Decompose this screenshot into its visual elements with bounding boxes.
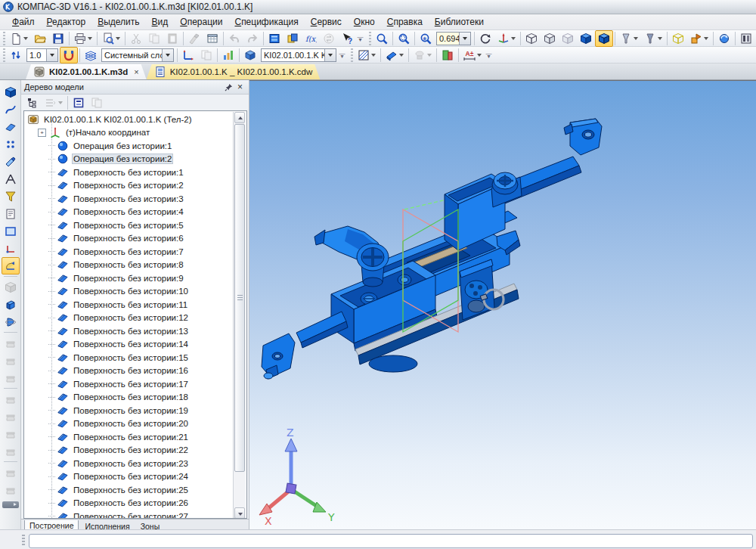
tree-scrollbar[interactable] (233, 112, 246, 519)
create-part-button[interactable] (2, 83, 20, 101)
message-field[interactable] (29, 534, 753, 548)
section-view-button[interactable] (2, 257, 20, 274)
document-manager-button[interactable] (265, 30, 284, 47)
tree-row[interactable]: Поверхность без истории:27 (24, 510, 222, 519)
toolbar-grip[interactable] (3, 48, 5, 62)
combo-dropdown-icon[interactable] (324, 49, 336, 61)
toolbar-overflow-icon[interactable]: —▾ (338, 48, 346, 63)
spreadsheet-button[interactable] (203, 30, 222, 47)
scroll-thumb[interactable] (234, 124, 245, 472)
model-composition-button[interactable] (70, 95, 88, 111)
sketch-button[interactable] (2, 153, 20, 170)
tree-row[interactable]: Поверхность без истории:12 (24, 312, 222, 325)
reports-button[interactable] (2, 205, 20, 222)
tree-row[interactable]: Операция без истории:2 (24, 153, 222, 166)
library-manager-button[interactable] (284, 30, 302, 47)
tree-row[interactable]: Поверхность без истории:9 (24, 271, 222, 285)
display-hidden-thin-button[interactable] (559, 30, 577, 47)
document-tab-1[interactable]: KI02.01.00.1.K.m3d× (26, 64, 147, 79)
menu-item-service[interactable]: Сервис (305, 15, 348, 29)
toolbar-overflow-icon[interactable]: —▾ (356, 31, 364, 46)
view-frame-button[interactable] (2, 222, 20, 240)
toolbar-combo[interactable]: 1.0 (26, 48, 58, 62)
rotate-view-button[interactable] (476, 30, 494, 47)
hide-objects-button[interactable] (617, 30, 641, 47)
menu-item-libraries[interactable]: Библиотеки (429, 15, 490, 29)
variables-button[interactable]: f(x) (302, 30, 320, 47)
measure-3d-button[interactable] (2, 170, 20, 188)
part-context-button[interactable] (241, 47, 259, 64)
tree-expander-icon[interactable]: + (38, 129, 46, 137)
tree-row[interactable]: Поверхность без истории:5 (24, 219, 222, 232)
toolbar-combo[interactable]: KI02.01.00.1.K KI0 (261, 48, 336, 62)
tree-row[interactable]: Поверхность без истории:25 (24, 483, 222, 497)
toolbar-overflow-icon[interactable]: —▾ (485, 48, 493, 63)
tree-row[interactable]: Поверхность без истории:13 (24, 324, 222, 338)
simplified-display-button[interactable] (669, 30, 687, 47)
local-csys-button[interactable] (179, 47, 197, 64)
extrude-button[interactable] (2, 296, 20, 313)
dimensions-type-button[interactable]: A± (460, 47, 485, 64)
toolbar-grip[interactable] (369, 32, 371, 45)
relations-report-button[interactable] (88, 95, 106, 111)
snap-toggle-button[interactable] (60, 47, 78, 64)
filter-objects-button[interactable] (2, 188, 20, 205)
menu-item-file[interactable]: Файл (6, 15, 41, 29)
tree-row[interactable]: Поверхность без истории:18 (24, 391, 222, 405)
zoom-frame-button[interactable] (395, 30, 413, 47)
solid-section-button[interactable] (383, 47, 407, 64)
tree-row[interactable]: Поверхность без истории:6 (24, 232, 222, 246)
scroll-up-arrow[interactable] (234, 112, 245, 123)
menu-item-specification[interactable]: Спецификация (228, 15, 304, 29)
left-toolbar-handle[interactable] (2, 501, 19, 508)
point-arrays-button[interactable] (2, 135, 20, 153)
hide-components-button[interactable] (641, 30, 665, 47)
menu-item-window[interactable]: Окно (348, 15, 381, 29)
tree-root-row[interactable]: KI02.01.00.1.K KI02.01.00.1.K (Тел-2) (24, 113, 222, 126)
tree-row[interactable]: Поверхность без истории:24 (24, 470, 222, 484)
tree-row[interactable]: Поверхность без истории:19 (24, 404, 222, 417)
toolbar-grip[interactable] (3, 32, 5, 45)
tree-row[interactable]: Операция без истории:1 (24, 139, 222, 153)
tree-structure-button[interactable] (23, 95, 42, 111)
check-document-button[interactable] (219, 47, 237, 64)
model-structure-button[interactable] (737, 30, 755, 47)
combo-dropdown-icon[interactable] (459, 33, 470, 45)
combo-dropdown-icon[interactable] (162, 49, 173, 61)
tab-close-icon[interactable]: × (134, 67, 138, 76)
display-options-button[interactable] (42, 95, 66, 111)
tree-row[interactable]: Поверхность без истории:15 (24, 351, 222, 364)
menu-item-edit[interactable]: Редактор (41, 15, 92, 29)
menu-item-select[interactable]: Выделить (91, 15, 145, 29)
tree-row[interactable]: Поверхность без истории:21 (24, 430, 222, 444)
combo-dropdown-icon[interactable] (46, 49, 57, 61)
zoom-area-button[interactable] (373, 30, 391, 47)
print-preview-button[interactable] (99, 30, 123, 47)
tree-row[interactable]: Поверхность без истории:23 (24, 457, 222, 470)
tree-row[interactable]: Поверхность без истории:16 (24, 364, 222, 378)
new-document-button[interactable] (7, 30, 31, 47)
tree-row[interactable]: Поверхность без истории:7 (24, 245, 222, 259)
layers-button[interactable] (82, 47, 100, 64)
menu-item-operations[interactable]: Операции (174, 15, 228, 29)
tree-row[interactable]: Поверхность без истории:11 (24, 298, 222, 312)
scroll-down-arrow[interactable] (234, 507, 245, 519)
change-step-button[interactable] (7, 47, 25, 64)
display-hidden-removed-button[interactable] (541, 30, 559, 47)
toolbar-grip[interactable] (351, 48, 353, 62)
viewport-3d[interactable]: X Y Z (249, 80, 756, 529)
tree-row[interactable]: Поверхность без истории:17 (24, 377, 222, 391)
close-icon[interactable]: × (234, 82, 246, 93)
property-bar-handle[interactable] (22, 535, 25, 547)
tree-row[interactable]: Поверхность без истории:26 (24, 497, 222, 510)
display-wireframe-button[interactable] (522, 30, 541, 47)
tree-row[interactable]: Поверхность без истории:2 (24, 179, 222, 193)
display-shaded-edges-button[interactable] (595, 30, 613, 47)
context-help-button[interactable]: ? (338, 30, 356, 47)
display-shaded-button[interactable] (577, 30, 595, 47)
tree-row[interactable]: +(т)Начало координат (24, 126, 222, 140)
tree-row[interactable]: Поверхность без истории:10 (24, 285, 222, 299)
hatch-section-button[interactable] (355, 47, 379, 64)
open-document-button[interactable] (31, 30, 49, 47)
rebuild-model-button[interactable] (715, 30, 733, 47)
